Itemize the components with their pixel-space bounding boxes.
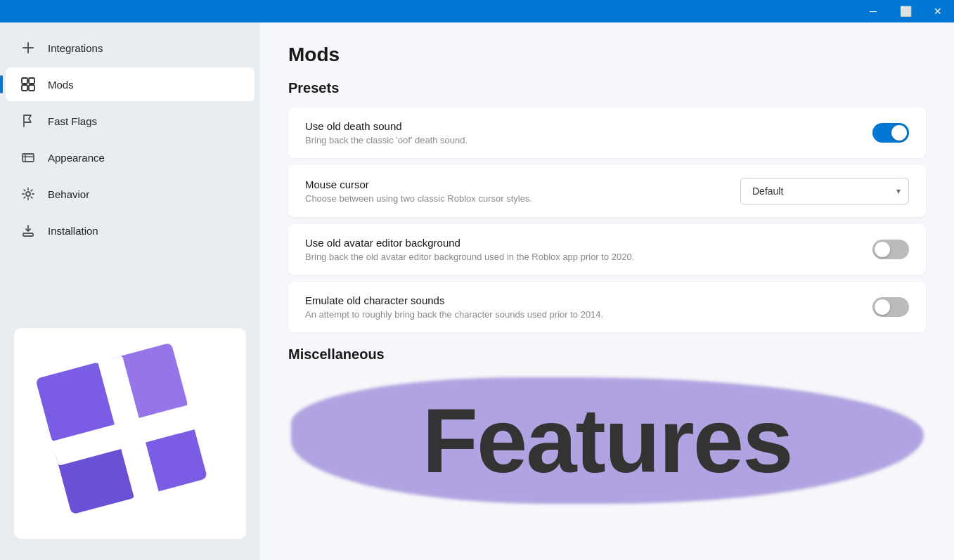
setting-row-mouse-cursor: Mouse cursor Choose between using two cl… — [288, 165, 926, 217]
appearance-icon — [20, 149, 37, 166]
sidebar-label-behavior: Behavior — [48, 188, 89, 200]
sidebar-label-fast-flags: Fast Flags — [48, 115, 97, 127]
features-blob — [291, 377, 924, 504]
install-icon — [20, 222, 37, 239]
sidebar: Integrations Mods Fast Flags — [0, 22, 260, 560]
svg-rect-2 — [22, 78, 27, 84]
dropdown-wrapper-mouse-cursor[interactable]: Default Classic Circle ▾ — [740, 178, 909, 204]
flag-icon — [20, 112, 37, 129]
features-splash: Features — [423, 395, 792, 486]
toggle-knob-old-avatar-editor — [875, 242, 890, 257]
svg-rect-4 — [22, 85, 27, 91]
sidebar-item-behavior[interactable]: Behavior — [6, 177, 254, 211]
setting-text-old-avatar-editor: Use old avatar editor background Bring b… — [305, 237, 872, 262]
sidebar-label-installation: Installation — [48, 225, 98, 237]
app-container: Integrations Mods Fast Flags — [0, 22, 954, 560]
setting-desc-mouse-cursor: Choose between using two classic Roblox … — [305, 193, 740, 204]
miscellaneous-section-title: Miscellaneous — [288, 346, 926, 363]
toggle-knob-old-character-sounds — [875, 299, 890, 315]
toggle-old-avatar-editor[interactable] — [872, 240, 909, 259]
close-button[interactable]: ✕ — [922, 0, 954, 22]
toggle-old-character-sounds[interactable] — [872, 297, 909, 317]
svg-rect-6 — [22, 154, 34, 162]
setting-desc-old-avatar-editor: Bring back the old avatar editor backgro… — [305, 252, 872, 262]
sidebar-logo — [14, 328, 246, 539]
roblox-logo-svg — [32, 335, 228, 532]
svg-rect-10 — [23, 233, 33, 236]
setting-row-old-avatar-editor: Use old avatar editor background Bring b… — [288, 224, 926, 275]
main-content: Mods Presets Use old death sound Bring b… — [260, 22, 954, 560]
dropdown-mouse-cursor[interactable]: Default Classic Circle — [740, 178, 909, 204]
presets-section-title: Presets — [288, 80, 926, 96]
setting-name-old-character-sounds: Emulate old character sounds — [305, 294, 872, 306]
sidebar-item-appearance[interactable]: Appearance — [6, 141, 254, 174]
toggle-old-death-sound[interactable] — [872, 123, 909, 143]
setting-desc-old-death-sound: Bring back the classic 'oof' death sound… — [305, 135, 872, 145]
page-title: Mods — [288, 44, 926, 66]
minimize-button[interactable]: ─ — [857, 0, 889, 22]
maximize-button[interactable]: ⬜ — [889, 0, 922, 22]
features-overlay: Features — [260, 363, 954, 518]
sidebar-item-fast-flags[interactable]: Fast Flags — [6, 104, 254, 138]
sidebar-label-integrations: Integrations — [48, 42, 103, 54]
plus-icon — [20, 39, 37, 56]
setting-name-old-avatar-editor: Use old avatar editor background — [305, 237, 872, 249]
toggle-knob-old-death-sound — [891, 125, 907, 141]
setting-row-old-character-sounds: Emulate old character sounds An attempt … — [288, 282, 926, 332]
titlebar: ─ ⬜ ✕ — [0, 0, 954, 22]
setting-text-old-death-sound: Use old death sound Bring back the class… — [305, 120, 872, 145]
setting-row-old-death-sound: Use old death sound Bring back the class… — [288, 108, 926, 158]
setting-text-old-character-sounds: Emulate old character sounds An attempt … — [305, 294, 872, 320]
setting-text-mouse-cursor: Mouse cursor Choose between using two cl… — [305, 178, 740, 204]
gear-icon — [20, 185, 37, 202]
sidebar-item-mods[interactable]: Mods — [6, 67, 254, 101]
svg-rect-3 — [29, 78, 34, 84]
sidebar-label-mods: Mods — [48, 79, 74, 91]
mods-icon — [20, 76, 37, 93]
sidebar-item-integrations[interactable]: Integrations — [6, 31, 254, 65]
svg-point-9 — [26, 192, 30, 196]
setting-name-old-death-sound: Use old death sound — [305, 120, 872, 132]
features-watermark-text: Features — [423, 395, 792, 486]
sidebar-item-installation[interactable]: Installation — [6, 214, 254, 247]
setting-desc-old-character-sounds: An attempt to roughly bring back the cha… — [305, 309, 872, 320]
svg-rect-5 — [29, 85, 34, 91]
setting-name-mouse-cursor: Mouse cursor — [305, 178, 740, 190]
sidebar-label-appearance: Appearance — [48, 152, 105, 164]
